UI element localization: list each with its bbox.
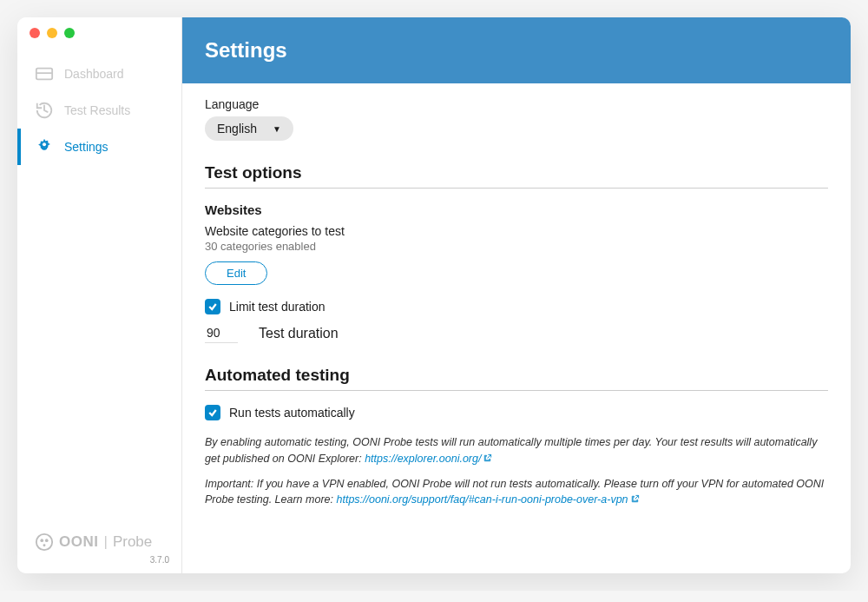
section-automated-testing: Automated testing [205, 366, 828, 391]
check-icon [207, 301, 218, 312]
version-label: 3.7.0 [30, 555, 169, 565]
sidebar-item-dashboard[interactable]: Dashboard [17, 56, 181, 92]
language-label: Language [205, 97, 828, 111]
auto-note-2: Important: If you have a VPN enabled, OO… [205, 476, 828, 509]
sidebar-footer: OONI | Probe 3.7.0 [17, 522, 181, 573]
subsection-websites: Websites [205, 202, 828, 217]
ooni-logo-icon [35, 533, 54, 552]
vpn-faq-link[interactable]: https://ooni.org/support/faq/#can-i-run-… [336, 493, 628, 506]
sidebar-item-settings[interactable]: Settings [17, 129, 181, 165]
duration-row: Test duration [205, 323, 828, 343]
run-auto-checkbox[interactable] [205, 405, 220, 420]
external-link-icon [483, 453, 492, 463]
dashboard-icon [35, 64, 54, 83]
sidebar-item-label: Test Results [64, 103, 130, 117]
test-duration-input[interactable] [205, 323, 238, 343]
history-icon [35, 101, 54, 120]
limit-duration-row: Limit test duration [205, 299, 828, 314]
sidebar-item-label: Dashboard [64, 67, 124, 81]
maximize-icon[interactable] [64, 28, 75, 38]
header: Settings [182, 17, 851, 83]
titlebar [17, 17, 75, 49]
sidebar: Dashboard Test Results Settings [17, 17, 182, 573]
brand-ooni: OONI [59, 533, 98, 551]
sidebar-item-label: Settings [64, 140, 108, 154]
categories-label: Website categories to test [205, 224, 828, 238]
brand: OONI | Probe [30, 533, 169, 552]
check-icon [207, 407, 218, 418]
app-window: Dashboard Test Results Settings [17, 17, 851, 573]
gear-icon [35, 137, 54, 156]
page-title: Settings [205, 38, 828, 63]
section-test-options: Test options [205, 163, 828, 189]
language-value: English [217, 122, 257, 136]
main: Settings Language English ▼ Test options… [182, 17, 851, 573]
run-auto-row: Run tests automatically [205, 405, 828, 420]
auto-note-1: By enabling automatic testing, OONI Prob… [205, 434, 828, 467]
svg-point-3 [43, 142, 46, 146]
sidebar-item-test-results[interactable]: Test Results [17, 92, 181, 129]
svg-point-4 [36, 534, 52, 550]
run-auto-label: Run tests automatically [229, 406, 355, 420]
brand-probe: Probe [113, 533, 152, 551]
brand-separator: | [103, 533, 107, 551]
edit-categories-button[interactable]: Edit [205, 261, 267, 285]
test-duration-label: Test duration [259, 326, 339, 341]
limit-duration-label: Limit test duration [229, 300, 326, 314]
svg-point-7 [43, 544, 46, 546]
chevron-down-icon: ▼ [273, 124, 281, 134]
categories-count: 30 categories enabled [205, 240, 828, 253]
language-select[interactable]: English ▼ [205, 116, 293, 141]
explorer-link[interactable]: https://explorer.ooni.org/ [365, 453, 481, 465]
content: Language English ▼ Test options Websites… [182, 83, 851, 573]
limit-duration-checkbox[interactable] [205, 299, 220, 314]
svg-point-6 [45, 539, 49, 542]
close-icon[interactable] [30, 28, 40, 38]
minimize-icon[interactable] [47, 28, 57, 38]
external-link-icon [630, 494, 640, 504]
svg-point-5 [40, 539, 43, 542]
auto-note-1-text: By enabling automatic testing, OONI Prob… [205, 436, 817, 465]
